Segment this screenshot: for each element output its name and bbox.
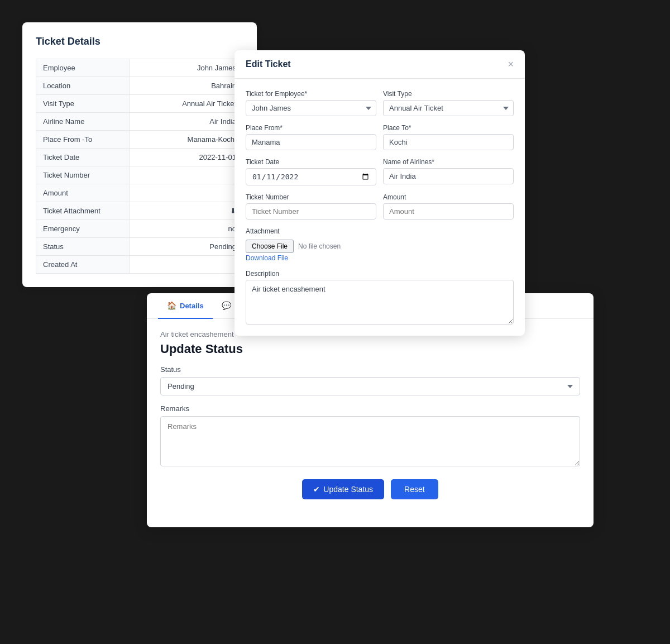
details-tab-label: Details (180, 302, 204, 310)
place-from-group: Place From* (246, 124, 376, 150)
place-to-group: Place To* (383, 124, 514, 150)
row-value: Air India (129, 113, 243, 131)
amount-label: Amount (383, 193, 514, 201)
status-select-wrapper: Pending Approved Rejected (160, 377, 580, 395)
table-row: Ticket Date2022-11-01 (36, 149, 243, 166)
status-select[interactable]: Pending Approved Rejected (160, 377, 580, 395)
row-label: Visit Type (36, 95, 130, 113)
row-label: Emergency (36, 220, 130, 238)
table-row: LocationBahrain (36, 77, 243, 95)
row-label: Employee (36, 59, 130, 77)
description-group: Description Air ticket encashement (246, 270, 514, 325)
ticket-date-label: Ticket Date (246, 158, 376, 166)
table-row: StatusPending (36, 238, 243, 256)
row-label: Ticket Number (36, 166, 130, 184)
ticket-number-group: Ticket Number (246, 193, 376, 220)
table-row: Amount (36, 184, 243, 202)
ticket-date-group: Ticket Date (246, 158, 376, 185)
ticket-date-input[interactable] (246, 168, 376, 185)
row-label: Ticket Attachment (36, 202, 130, 220)
row-value (129, 256, 243, 274)
table-row: Airline NameAir India (36, 113, 243, 131)
row-value (129, 166, 243, 184)
row-value: 2022-11-01 (129, 149, 243, 166)
employee-field-group: Ticket for Employee* John James (246, 90, 376, 116)
row-label: Location (36, 77, 130, 95)
table-row: Ticket Number (36, 166, 243, 184)
row-label: Airline Name (36, 113, 130, 131)
row-value: Bahrain (129, 77, 243, 95)
attachment-label: Attachment (246, 227, 514, 235)
ticket-details-title: Ticket Details (36, 36, 243, 47)
tab-item-details[interactable]: 🏠Details (158, 293, 213, 319)
choose-file-button[interactable]: Choose File (246, 240, 294, 253)
modal-close-button[interactable]: × (508, 59, 514, 69)
row-value: no (129, 220, 243, 238)
amount-input[interactable] (383, 203, 514, 220)
update-status-label: Update Status (323, 485, 373, 494)
table-row: Place From -ToManama-Kochi (36, 131, 243, 149)
row-value: Manama-Kochi (129, 131, 243, 149)
place-from-input[interactable] (246, 134, 376, 150)
place-to-input[interactable] (383, 134, 514, 150)
attachment-row: Choose File No file chosen (246, 240, 514, 253)
description-textarea[interactable]: Air ticket encashement (246, 280, 514, 325)
visit-type-label: Visit Type (383, 90, 514, 98)
attachment-group: Attachment Choose File No file chosen Do… (246, 227, 514, 262)
description-label: Description (246, 270, 514, 278)
ticket-number-label: Ticket Number (246, 193, 376, 201)
ticket-details-panel: Ticket Details EmployeeJohn JamesLocatio… (22, 22, 257, 287)
download-file-link[interactable]: Download File (246, 254, 514, 262)
update-status-button[interactable]: ✔ Update Status (302, 479, 384, 499)
bottom-content: Air ticket encashement Update Status Sta… (147, 319, 594, 511)
row-value: John James (129, 59, 243, 77)
table-row: Created At (36, 256, 243, 274)
place-to-label: Place To* (383, 124, 514, 132)
comments-tab-icon: 💬 (222, 301, 231, 310)
modal-body: Ticket for Employee* John James Visit Ty… (234, 79, 525, 336)
place-from-label: Place From* (246, 124, 376, 132)
row-value (129, 184, 243, 202)
visit-type-field-group: Visit Type Annual Air Ticket (383, 90, 514, 116)
employee-select[interactable]: John James (246, 100, 376, 116)
row-value: ⬇ (129, 202, 243, 220)
employee-label: Ticket for Employee* (246, 90, 376, 98)
row-label: Amount (36, 184, 130, 202)
status-label: Status (160, 365, 580, 374)
row-label: Status (36, 238, 130, 256)
form-row-attachment: Attachment Choose File No file chosen Do… (246, 227, 514, 262)
reset-button[interactable]: Reset (391, 479, 438, 499)
row-value: Pending (129, 238, 243, 256)
details-table: EmployeeJohn JamesLocationBahrainVisit T… (36, 59, 243, 274)
row-label: Created At (36, 256, 130, 274)
update-status-title: Update Status (160, 342, 580, 356)
edit-ticket-modal: Edit Ticket × Ticket for Employee* John … (234, 50, 525, 336)
visit-type-select[interactable]: Annual Air Ticket (383, 100, 514, 116)
action-buttons: ✔ Update Status Reset (160, 479, 580, 499)
amount-group: Amount (383, 193, 514, 220)
form-row-1: Ticket for Employee* John James Visit Ty… (246, 90, 514, 116)
table-row: Emergencyno (36, 220, 243, 238)
remarks-label: Remarks (160, 404, 580, 413)
airlines-label: Name of Airlines* (383, 158, 514, 166)
no-file-text: No file chosen (298, 242, 341, 250)
row-label: Place From -To (36, 131, 130, 149)
row-label: Ticket Date (36, 149, 130, 166)
form-row-place: Place From* Place To* (246, 124, 514, 150)
table-row: Visit TypeAnnual Air Ticket (36, 95, 243, 113)
modal-title: Edit Ticket (246, 59, 291, 69)
details-tab-icon: 🏠 (167, 301, 176, 310)
remarks-textarea[interactable] (160, 416, 580, 466)
form-row-3: Ticket Number Amount (246, 193, 514, 220)
checkmark-icon: ✔ (313, 485, 320, 494)
row-value: Annual Air Ticket (129, 95, 243, 113)
airlines-input[interactable] (383, 168, 514, 184)
ticket-number-input[interactable] (246, 203, 376, 220)
table-row: Ticket Attachment⬇ (36, 202, 243, 220)
table-row: EmployeeJohn James (36, 59, 243, 77)
airlines-group: Name of Airlines* (383, 158, 514, 185)
form-row-2: Ticket Date Name of Airlines* (246, 158, 514, 185)
modal-header: Edit Ticket × (234, 50, 525, 79)
